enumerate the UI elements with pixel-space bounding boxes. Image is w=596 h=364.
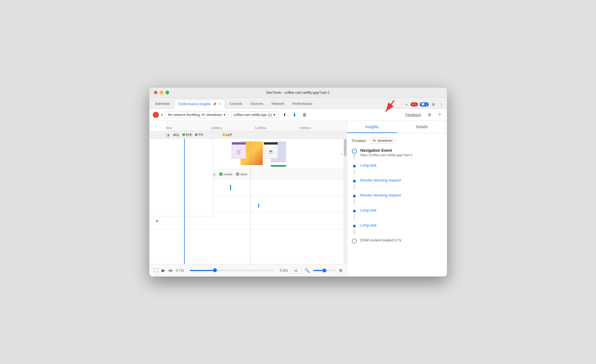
time-end-label: 5.93s [280, 269, 288, 272]
timeline-slider-thumb[interactable] [213, 268, 217, 272]
tab-network[interactable]: Network [268, 99, 288, 108]
tab-performance-insights[interactable]: Performance insights 📌 ✕ [174, 99, 225, 109]
time-marker-1: 1,600ms [211, 126, 222, 130]
track-toggle-4[interactable]: ▶ [149, 219, 166, 223]
traffic-lights [154, 91, 169, 94]
timeline-area: 0ms 1,600ms 3,200ms 4,800ms ◑ DCL FCP TT [149, 121, 347, 276]
error-badge: ✕ 1 [410, 102, 418, 107]
dot-area-1 [352, 178, 357, 190]
tl-line-1 [354, 154, 355, 160]
toolbar: ▾ No network throttling, 4× slowdown ▾ c… [149, 109, 447, 121]
more-options-icon[interactable]: ⋮ [438, 102, 445, 107]
record-dropdown-icon[interactable]: ▾ [161, 113, 163, 117]
tab-sources[interactable]: Sources [247, 99, 267, 108]
chevron-right-icon[interactable]: › [340, 150, 343, 158]
record-button[interactable] [153, 112, 159, 118]
tab-bar: Elements Performance insights 📌 ✕ Consol… [149, 98, 447, 109]
url-dropdown[interactable]: coffee-cart.netlify.app (1) ▾ [231, 111, 279, 118]
dom-loaded-circle: ○ [352, 239, 357, 244]
close-button[interactable] [154, 91, 157, 94]
insight-dot-3 [353, 210, 356, 213]
tl-line-3 [354, 184, 355, 190]
network-bar-1 [230, 185, 231, 190]
insight-dot-0 [353, 165, 356, 168]
insight-link-2[interactable]: Render blocking request [360, 193, 401, 197]
nav-event-circle [352, 149, 357, 154]
download-icon[interactable]: ⬇ [291, 111, 299, 119]
dot-area-0 [352, 163, 357, 175]
nav-event-dot-area [352, 148, 357, 160]
network-bar-2 [258, 204, 259, 208]
time-start-label: 0.72s [176, 269, 184, 272]
dot-area-4 [352, 223, 357, 235]
insight-dot-2 [353, 195, 356, 198]
main-content: 0ms 1,600ms 3,200ms 4,800ms ◑ DCL FCP TT [149, 121, 447, 276]
devtools-window: DevTools - coffee-cart.netlify.app/?ad=1… [149, 87, 447, 277]
insight-link-4[interactable]: Long task [360, 223, 377, 227]
tl-line-2 [354, 169, 355, 175]
tab-nav-area: » ✕ 1 💬 1 ⚙ ⋮ [404, 102, 444, 108]
scrollbar-thumb[interactable] [344, 139, 346, 156]
insight-link-1[interactable]: Render blocking request [360, 178, 401, 182]
skip-back-icon[interactable]: ⏮ [168, 268, 173, 273]
milestone-bar: ◑ DCL FCP TTI LCP [149, 131, 347, 139]
tab-insights[interactable]: Insights [347, 121, 397, 133]
insight-item-0: Long task [352, 163, 442, 175]
insight-item-1: Render blocking request [352, 178, 442, 190]
title-bar: DevTools - coffee-cart.netlify.app/?ad=1 [149, 88, 447, 98]
tab-details[interactable]: Details [397, 121, 447, 133]
track-container: ▶ [149, 139, 344, 264]
tl-line-4 [354, 199, 355, 205]
minimize-button[interactable] [160, 91, 163, 94]
zoom-in-icon[interactable]: ⊕ [339, 268, 342, 273]
milestone-fcp: FCP [182, 133, 192, 136]
help-icon[interactable]: ? [436, 111, 444, 119]
timeline-with-scroll: ▶ [149, 139, 347, 264]
insight-dot-1 [353, 180, 356, 183]
nav-event-content: Navigation Event https://coffee-cart.net… [360, 148, 412, 157]
milestone-lcp: LCP [222, 133, 232, 136]
tab-close-icon[interactable]: ✕ [218, 102, 221, 106]
screenshot-thumb-1[interactable]: 🛒 [232, 142, 246, 159]
message-badge: 💬 1 [420, 102, 429, 107]
nav-event-title: Navigation Event [360, 148, 412, 153]
tab-performance[interactable]: Performance [289, 99, 317, 108]
vertical-scrollbar[interactable] [344, 139, 347, 264]
playhead[interactable] [184, 139, 185, 264]
play-icon[interactable]: ▶ [162, 268, 165, 273]
nav-event-item: Navigation Event https://coffee-cart.net… [352, 148, 442, 160]
green-bar [271, 165, 286, 167]
zoom-slider[interactable] [313, 270, 335, 271]
tab-console[interactable]: Console [226, 99, 246, 108]
right-panel: Insights Details Throttled: 4× slowdown [347, 121, 447, 276]
tab-elements[interactable]: Elements [152, 99, 174, 108]
upload-icon[interactable]: ⬆ [281, 111, 289, 119]
settings-gear-icon[interactable]: ⚙ [430, 102, 437, 107]
throttle-dropdown[interactable]: No network throttling, 4× slowdown ▾ [165, 111, 229, 118]
maximize-button[interactable] [166, 91, 169, 94]
left-panel-area [149, 139, 213, 216]
panel-tabs: Insights Details [347, 121, 447, 133]
settings-icon[interactable]: ⚙ [426, 111, 434, 119]
delete-icon[interactable]: 🗑 [301, 111, 309, 119]
feedback-link[interactable]: Feedback [405, 113, 421, 117]
zoom-slider-thumb[interactable] [322, 269, 326, 272]
tl-line-6 [354, 229, 355, 235]
insight-item-3: Long task [352, 208, 442, 220]
more-tabs-icon[interactable]: » [404, 102, 409, 107]
legend-other: other [236, 173, 247, 176]
insight-link-3[interactable]: Long task [360, 208, 377, 212]
dom-loaded-item: ○ DOM content loaded 0.7s [352, 238, 442, 244]
legend-media: media [219, 173, 232, 176]
zoom-out-icon[interactable]: 🔍 [304, 268, 310, 273]
panel-content: Throttled: 4× slowdown Navigation Event … [347, 133, 447, 276]
speed-badge[interactable]: x1 [291, 267, 301, 274]
timeline-slider[interactable] [190, 270, 274, 271]
time-marker-2: 3,200ms [255, 126, 267, 130]
screenshot-thumb-2[interactable]: ☕ [264, 142, 278, 159]
insight-link-0[interactable]: Long task [360, 163, 377, 167]
window-title: DevTools - coffee-cart.netlify.app/?ad=1 [266, 90, 330, 95]
milestone-tti: TTI [195, 133, 203, 136]
time-ruler: 0ms 1,600ms 3,200ms 4,800ms [166, 121, 347, 131]
screenshot-toggle-icon[interactable]: ⛶ [154, 268, 158, 273]
